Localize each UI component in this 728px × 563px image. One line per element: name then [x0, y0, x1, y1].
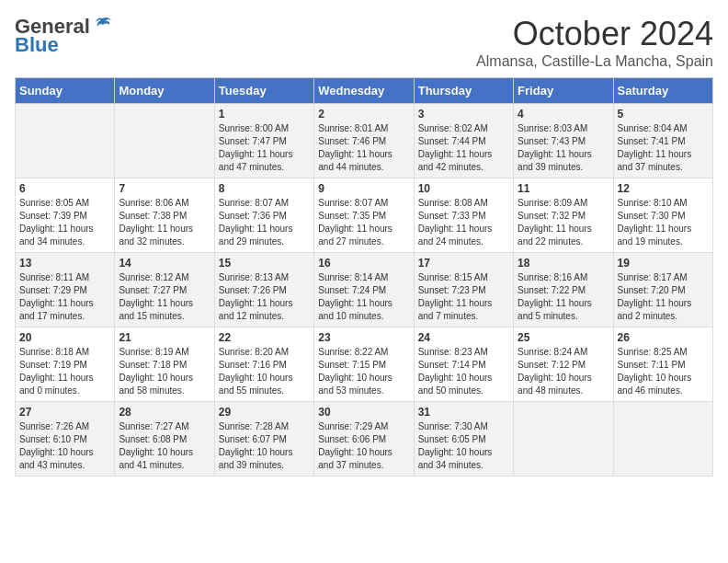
- day-number: 24: [418, 331, 509, 344]
- day-number: 29: [219, 406, 310, 419]
- calendar-cell: 30Sunrise: 7:29 AM Sunset: 6:06 PM Dayli…: [314, 402, 414, 477]
- calendar-cell: 25Sunrise: 8:24 AM Sunset: 7:12 PM Dayli…: [514, 327, 613, 402]
- calendar-cell: 10Sunrise: 8:08 AM Sunset: 7:33 PM Dayli…: [414, 178, 513, 253]
- bird-icon: [93, 15, 113, 35]
- day-number: 16: [318, 257, 409, 270]
- day-info: Sunrise: 8:05 AM Sunset: 7:39 PM Dayligh…: [19, 197, 110, 248]
- calendar-cell: 12Sunrise: 8:10 AM Sunset: 7:30 PM Dayli…: [613, 178, 712, 253]
- calendar-week-row: 27Sunrise: 7:26 AM Sunset: 6:10 PM Dayli…: [16, 402, 713, 477]
- day-number: 18: [518, 257, 609, 270]
- day-info: Sunrise: 8:20 AM Sunset: 7:16 PM Dayligh…: [219, 346, 310, 397]
- page-header: General Blue October 2024 Almansa, Casti…: [15, 15, 713, 70]
- day-info: Sunrise: 8:04 AM Sunset: 7:41 PM Dayligh…: [618, 122, 709, 174]
- day-info: Sunrise: 7:26 AM Sunset: 6:10 PM Dayligh…: [19, 420, 110, 472]
- logo-blue: Blue: [15, 33, 59, 57]
- day-info: Sunrise: 8:07 AM Sunset: 7:36 PM Dayligh…: [219, 197, 310, 248]
- calendar-cell: 11Sunrise: 8:09 AM Sunset: 7:32 PM Dayli…: [514, 178, 613, 253]
- calendar-cell: [613, 402, 712, 477]
- day-number: 11: [518, 182, 609, 195]
- day-info: Sunrise: 8:01 AM Sunset: 7:46 PM Dayligh…: [318, 122, 409, 174]
- day-number: 20: [19, 331, 110, 344]
- day-info: Sunrise: 7:27 AM Sunset: 6:08 PM Dayligh…: [119, 420, 210, 472]
- day-number: 8: [219, 182, 310, 195]
- day-number: 15: [219, 257, 310, 270]
- day-info: Sunrise: 7:28 AM Sunset: 6:07 PM Dayligh…: [219, 420, 310, 472]
- location-title: Almansa, Castille-La Mancha, Spain: [476, 53, 713, 70]
- day-number: 1: [219, 108, 310, 121]
- day-number: 7: [119, 182, 210, 195]
- calendar-cell: 24Sunrise: 8:23 AM Sunset: 7:14 PM Dayli…: [414, 327, 513, 402]
- day-info: Sunrise: 8:03 AM Sunset: 7:43 PM Dayligh…: [518, 122, 609, 174]
- calendar-cell: 5Sunrise: 8:04 AM Sunset: 7:41 PM Daylig…: [613, 104, 712, 178]
- day-info: Sunrise: 8:22 AM Sunset: 7:15 PM Dayligh…: [318, 346, 409, 397]
- day-info: Sunrise: 8:23 AM Sunset: 7:14 PM Dayligh…: [418, 346, 509, 397]
- calendar-cell: [16, 104, 115, 178]
- day-info: Sunrise: 8:19 AM Sunset: 7:18 PM Dayligh…: [119, 346, 210, 397]
- day-number: 3: [418, 108, 509, 121]
- day-number: 23: [318, 331, 409, 344]
- day-info: Sunrise: 8:15 AM Sunset: 7:23 PM Dayligh…: [418, 271, 509, 323]
- calendar-cell: 22Sunrise: 8:20 AM Sunset: 7:16 PM Dayli…: [214, 327, 313, 402]
- calendar-cell: 14Sunrise: 8:12 AM Sunset: 7:27 PM Dayli…: [115, 253, 214, 327]
- weekday-header: Monday: [115, 78, 214, 104]
- calendar-cell: 4Sunrise: 8:03 AM Sunset: 7:43 PM Daylig…: [514, 104, 613, 178]
- calendar-header: SundayMondayTuesdayWednesdayThursdayFrid…: [16, 78, 713, 104]
- calendar-cell: 3Sunrise: 8:02 AM Sunset: 7:44 PM Daylig…: [414, 104, 513, 178]
- calendar-cell: 1Sunrise: 8:00 AM Sunset: 7:47 PM Daylig…: [214, 104, 313, 178]
- day-info: Sunrise: 8:17 AM Sunset: 7:20 PM Dayligh…: [618, 271, 709, 323]
- day-info: Sunrise: 8:06 AM Sunset: 7:38 PM Dayligh…: [119, 197, 210, 248]
- calendar-week-row: 1Sunrise: 8:00 AM Sunset: 7:47 PM Daylig…: [16, 104, 713, 178]
- weekday-header: Tuesday: [214, 78, 313, 104]
- calendar-cell: 29Sunrise: 7:28 AM Sunset: 6:07 PM Dayli…: [214, 402, 313, 477]
- day-number: 27: [19, 406, 110, 419]
- day-info: Sunrise: 8:00 AM Sunset: 7:47 PM Dayligh…: [219, 122, 310, 174]
- day-number: 9: [318, 182, 409, 195]
- day-info: Sunrise: 8:09 AM Sunset: 7:32 PM Dayligh…: [518, 197, 609, 248]
- calendar-cell: [514, 402, 613, 477]
- calendar-cell: [115, 104, 214, 178]
- day-number: 6: [19, 182, 110, 195]
- calendar-cell: 19Sunrise: 8:17 AM Sunset: 7:20 PM Dayli…: [613, 253, 712, 327]
- weekday-header: Friday: [514, 78, 613, 104]
- day-number: 22: [219, 331, 310, 344]
- calendar-cell: 21Sunrise: 8:19 AM Sunset: 7:18 PM Dayli…: [115, 327, 214, 402]
- calendar-week-row: 6Sunrise: 8:05 AM Sunset: 7:39 PM Daylig…: [16, 178, 713, 253]
- calendar-cell: 15Sunrise: 8:13 AM Sunset: 7:26 PM Dayli…: [214, 253, 313, 327]
- calendar-cell: 16Sunrise: 8:14 AM Sunset: 7:24 PM Dayli…: [314, 253, 414, 327]
- day-number: 4: [518, 108, 609, 121]
- day-info: Sunrise: 8:12 AM Sunset: 7:27 PM Dayligh…: [119, 271, 210, 323]
- day-info: Sunrise: 8:02 AM Sunset: 7:44 PM Dayligh…: [418, 122, 509, 174]
- calendar-table: SundayMondayTuesdayWednesdayThursdayFrid…: [15, 77, 713, 477]
- day-info: Sunrise: 8:10 AM Sunset: 7:30 PM Dayligh…: [618, 197, 709, 248]
- day-info: Sunrise: 8:07 AM Sunset: 7:35 PM Dayligh…: [318, 197, 409, 248]
- calendar-body: 1Sunrise: 8:00 AM Sunset: 7:47 PM Daylig…: [16, 104, 713, 477]
- title-area: October 2024 Almansa, Castille-La Mancha…: [476, 15, 713, 70]
- weekday-header: Thursday: [414, 78, 513, 104]
- day-info: Sunrise: 8:13 AM Sunset: 7:26 PM Dayligh…: [219, 271, 310, 323]
- month-title: October 2024: [476, 15, 713, 53]
- weekday-header: Sunday: [16, 78, 115, 104]
- day-info: Sunrise: 8:24 AM Sunset: 7:12 PM Dayligh…: [518, 346, 609, 397]
- day-number: 26: [618, 331, 709, 344]
- calendar-week-row: 20Sunrise: 8:18 AM Sunset: 7:19 PM Dayli…: [16, 327, 713, 402]
- day-number: 12: [618, 182, 709, 195]
- day-number: 21: [119, 331, 210, 344]
- calendar-cell: 26Sunrise: 8:25 AM Sunset: 7:11 PM Dayli…: [613, 327, 712, 402]
- day-number: 28: [119, 406, 210, 419]
- calendar-cell: 20Sunrise: 8:18 AM Sunset: 7:19 PM Dayli…: [16, 327, 115, 402]
- day-number: 17: [418, 257, 509, 270]
- calendar-cell: 27Sunrise: 7:26 AM Sunset: 6:10 PM Dayli…: [16, 402, 115, 477]
- logo: General Blue: [15, 15, 113, 57]
- calendar-cell: 8Sunrise: 8:07 AM Sunset: 7:36 PM Daylig…: [214, 178, 313, 253]
- day-number: 25: [518, 331, 609, 344]
- calendar-cell: 9Sunrise: 8:07 AM Sunset: 7:35 PM Daylig…: [314, 178, 414, 253]
- calendar-cell: 17Sunrise: 8:15 AM Sunset: 7:23 PM Dayli…: [414, 253, 513, 327]
- day-number: 19: [618, 257, 709, 270]
- day-number: 30: [318, 406, 409, 419]
- day-number: 5: [618, 108, 709, 121]
- day-info: Sunrise: 8:11 AM Sunset: 7:29 PM Dayligh…: [19, 271, 110, 323]
- day-number: 13: [19, 257, 110, 270]
- day-number: 31: [418, 406, 509, 419]
- calendar-cell: 6Sunrise: 8:05 AM Sunset: 7:39 PM Daylig…: [16, 178, 115, 253]
- day-number: 14: [119, 257, 210, 270]
